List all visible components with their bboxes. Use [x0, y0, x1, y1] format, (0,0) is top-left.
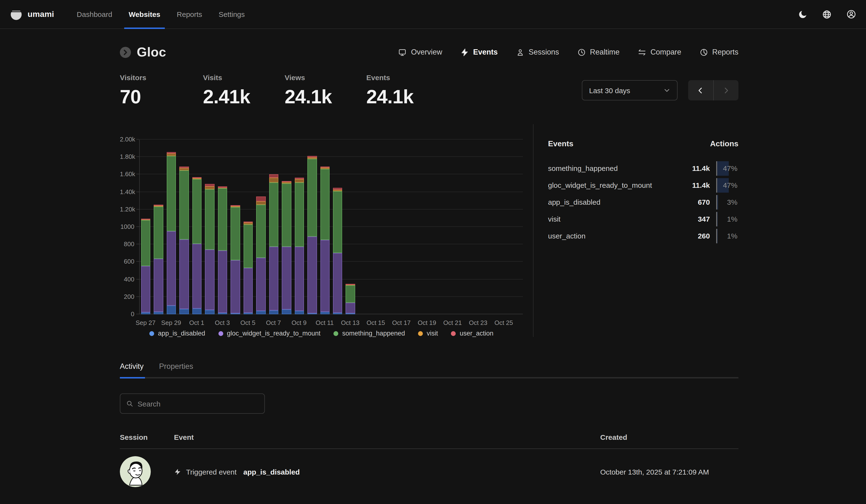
event-name: app_is_disabled	[243, 468, 300, 476]
view-tabs: OverviewEventsSessionsRealtimeCompareRep…	[398, 48, 739, 57]
bar-segment-something_happened	[231, 207, 240, 260]
tab-label: Events	[473, 48, 498, 57]
stat-value: 2.41k	[203, 86, 285, 108]
tab-compare[interactable]: Compare	[638, 48, 681, 57]
tab-label: Overview	[411, 48, 442, 57]
bar-slot	[178, 139, 191, 314]
event-row-gloc_widget_is_ready_to_mount[interactable]: gloc_widget_is_ready_to_mount11.4k47%	[548, 177, 739, 194]
chevron-right-icon	[722, 87, 730, 94]
event-name: user_action	[548, 232, 679, 240]
bar-segment-visit	[243, 223, 253, 225]
tab-properties[interactable]: Properties	[159, 362, 193, 371]
event-row-visit[interactable]: visit3471%	[548, 210, 739, 227]
event-prefix: Triggered event	[186, 468, 236, 476]
bar-segment-something_happened	[256, 205, 266, 258]
activity-row: Triggered event app_is_disabled October …	[120, 456, 739, 487]
top-navigation-bar: umami DashboardWebsitesReportsSettings	[0, 0, 866, 29]
tab-events[interactable]: Events	[460, 48, 498, 57]
bar-slot	[332, 139, 344, 314]
bar-slot	[485, 139, 498, 314]
language-globe-icon[interactable]	[822, 9, 832, 19]
bar-slot	[165, 139, 178, 314]
bar-segment-app_is_disabled	[167, 306, 176, 314]
axis-tick	[136, 314, 139, 314]
event-row-something_happened[interactable]: something_happened11.4k47%	[548, 160, 739, 177]
bar-segment-something_happened	[179, 171, 189, 240]
bar-segment-something_happened	[154, 207, 163, 259]
bar-segment-visit	[154, 205, 163, 207]
chart-legend: app_is_disabledgloc_widget_is_ready_to_m…	[120, 330, 523, 337]
actions-column-label: Actions	[710, 139, 739, 148]
legend-item-user_action[interactable]: user_action	[451, 330, 493, 337]
nav-item-reports[interactable]: Reports	[169, 0, 210, 28]
event-percent-cell: 1%	[716, 229, 739, 243]
stat-label: Views	[285, 73, 366, 82]
legend-dot	[333, 331, 338, 336]
bar-segment-visit	[167, 154, 176, 156]
bar-segment-user_action	[320, 167, 330, 168]
axis-tick	[136, 296, 139, 297]
session-avatar[interactable]	[120, 456, 151, 487]
next-period-button[interactable]	[713, 80, 739, 100]
axis-tick	[136, 157, 139, 157]
prev-period-button[interactable]	[688, 80, 713, 100]
date-range-value: Last 30 days	[589, 86, 630, 94]
bar-segment-gloc_widget_is_ready_to_mount	[333, 253, 342, 313]
compare-arrows-icon	[638, 48, 646, 56]
date-pager	[688, 80, 739, 100]
bar-segment-app_is_disabled	[295, 311, 304, 314]
nav-item-websites[interactable]: Websites	[120, 0, 168, 28]
nav-item-settings[interactable]: Settings	[210, 0, 253, 28]
bar-segment-user_action	[282, 181, 291, 182]
bar-segment-gloc_widget_is_ready_to_mount	[231, 260, 240, 313]
bar-segment-visit	[192, 178, 202, 179]
bar-slot	[140, 139, 153, 314]
search-input[interactable]	[137, 400, 258, 408]
theme-moon-icon[interactable]	[798, 9, 808, 19]
active-tab-indicator	[120, 377, 145, 378]
brand[interactable]: umami	[10, 8, 54, 21]
bar-segment-something_happened	[307, 159, 317, 237]
legend-label: user_action	[460, 330, 493, 337]
stat-value: 24.1k	[366, 86, 453, 108]
bar-segment-gloc_widget_is_ready_to_mount	[346, 303, 355, 313]
main-nav: DashboardWebsitesReportsSettings	[69, 0, 253, 28]
event-row-app_is_disabled[interactable]: app_is_disabled6703%	[548, 194, 739, 210]
brand-name: umami	[27, 9, 54, 19]
legend-item-app_is_disabled[interactable]: app_is_disabled	[149, 330, 205, 337]
bar-segment-user_action	[307, 156, 317, 157]
bar-segment-visit	[307, 157, 317, 159]
legend-item-something_happened[interactable]: something_happened	[333, 330, 405, 337]
bar-segment-app_is_disabled	[307, 313, 317, 314]
y-axis-label: 1.60k	[120, 171, 134, 178]
event-percent-cell: 3%	[716, 195, 739, 209]
bar-slot	[434, 139, 446, 314]
tab-sessions[interactable]: Sessions	[516, 48, 559, 57]
stat-label: Visitors	[120, 73, 203, 82]
tab-reports[interactable]: Reports	[700, 48, 739, 57]
tab-realtime[interactable]: Realtime	[577, 48, 620, 57]
bar-slot	[229, 139, 242, 314]
legend-item-gloc_widget_is_ready_to_mount[interactable]: gloc_widget_is_ready_to_mount	[218, 330, 320, 337]
tab-activity[interactable]: Activity	[120, 362, 144, 371]
bar-slot	[498, 139, 511, 314]
tab-overview[interactable]: Overview	[398, 48, 442, 57]
tab-label: Reports	[712, 48, 739, 57]
date-range-dropdown[interactable]: Last 30 days	[582, 80, 678, 100]
x-axis-label: Oct 25	[485, 319, 523, 327]
event-percent: 1%	[727, 215, 739, 223]
bolt-icon	[460, 48, 469, 56]
bar-slot	[396, 139, 408, 314]
nav-item-dashboard[interactable]: Dashboard	[69, 0, 121, 28]
legend-label: app_is_disabled	[158, 330, 205, 337]
bar-segment-app_is_disabled	[282, 309, 291, 314]
legend-label: visit	[427, 330, 438, 337]
legend-dot	[218, 331, 223, 336]
event-percent: 47%	[723, 181, 739, 189]
event-row-user_action[interactable]: user_action2601%	[548, 227, 739, 244]
y-axis-label: 200	[120, 293, 134, 300]
bar-segment-user_action	[205, 184, 214, 186]
bar-segment-user_action	[231, 205, 240, 206]
profile-user-icon[interactable]	[846, 9, 856, 19]
legend-item-visit[interactable]: visit	[418, 330, 438, 337]
